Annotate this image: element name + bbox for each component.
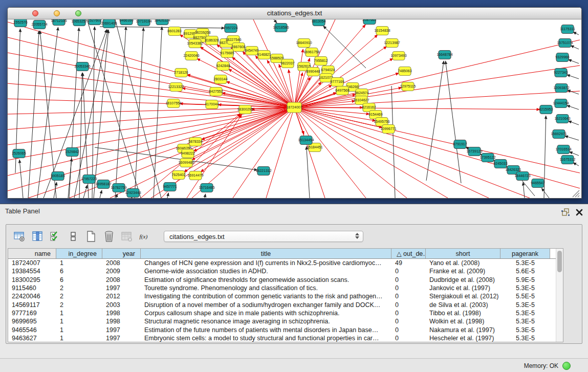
column-header-in_degree[interactable]: in_degree	[56, 249, 102, 258]
column-header-title[interactable]: title	[141, 249, 391, 258]
graph-node[interactable]: 16099489	[178, 159, 194, 167]
graph-node[interactable]: 19218586	[273, 24, 289, 32]
graph-node[interactable]: 1527602	[88, 19, 101, 25]
graph-node[interactable]: 7625402	[171, 171, 185, 180]
graph-node[interactable]: 7957224	[224, 24, 237, 33]
graph-node[interactable]: 10543382	[187, 39, 203, 48]
graph-node[interactable]: 10996771	[380, 125, 396, 134]
graph-node[interactable]: 15716485	[199, 184, 214, 192]
graph-node[interactable]: 6466160	[119, 19, 133, 25]
column-header-out_de[interactable]: △ out_de…	[391, 249, 426, 258]
graph-node[interactable]: 9777169	[330, 78, 344, 86]
graph-node[interactable]: 9227343	[554, 69, 568, 77]
network-canvas[interactable]: 1872400718300295860128389129541822605898…	[8, 19, 580, 198]
graph-node[interactable]: 8813054	[312, 19, 325, 26]
graph-node[interactable]: 7955812	[314, 57, 328, 65]
graph-node[interactable]: 1552576	[13, 19, 27, 27]
graph-node[interactable]: 18712105	[51, 19, 67, 26]
graph-node[interactable]: 2526065	[12, 149, 26, 158]
graph-node[interactable]: 10653257	[71, 19, 87, 26]
graph-node[interactable]: 8791917	[453, 140, 467, 149]
resize-grip[interactable]	[573, 190, 579, 197]
graph-node[interactable]: 16739123	[466, 147, 482, 156]
table-row[interactable]: 977716911998Corpus callosum shape and si…	[8, 309, 563, 317]
graph-node[interactable]: 2087662	[362, 19, 376, 25]
table-row[interactable]: 1938455462009Genome-wide association stu…	[8, 267, 563, 275]
table-row[interactable]: 1872400712008Changes of HCN gene express…	[8, 259, 563, 267]
graph-node[interactable]: 7485063	[398, 67, 411, 76]
graph-node[interactable]: 18221312	[255, 167, 271, 176]
graph-node[interactable]: 18724007	[286, 102, 302, 113]
row-validate-icon[interactable]	[49, 230, 61, 243]
graph-node[interactable]: 9465547	[531, 179, 545, 188]
close-panel-icon[interactable]	[576, 209, 583, 216]
graph-node[interactable]: 8601283	[167, 27, 181, 36]
graph-node[interactable]: 11175311	[560, 25, 575, 34]
graph-node[interactable]: 12093872	[553, 84, 569, 93]
table-vertical-scrollbar[interactable]	[556, 249, 563, 342]
graph-node[interactable]: 1529842	[65, 148, 79, 157]
column-header-short[interactable]: short	[426, 249, 500, 258]
graph-node[interactable]: 17016514	[555, 145, 571, 154]
graph-node[interactable]: 2718126	[174, 69, 188, 77]
graph-node[interactable]: 20053346	[74, 62, 90, 71]
graph-node[interactable]: 16958187	[95, 180, 111, 189]
graph-node[interactable]: 8215953	[539, 105, 553, 114]
graph-node[interactable]: 12975115	[400, 82, 416, 91]
graph-node[interactable]: 5905185	[51, 172, 64, 181]
delete-trash-icon[interactable]	[103, 230, 115, 243]
graph-node[interactable]: 8186328	[205, 36, 219, 45]
graph-node[interactable]: 15134454	[298, 136, 314, 145]
graph-node[interactable]: 16961758	[303, 48, 319, 57]
graph-node[interactable]: 16210643	[554, 115, 570, 123]
graph-node[interactable]: 15692971	[551, 130, 567, 139]
graph-node[interactable]: 9822037	[280, 59, 294, 68]
graph-node[interactable]: 9146821	[257, 51, 271, 59]
graph-node[interactable]: 22420046	[183, 52, 199, 60]
column-header-name[interactable]: name	[8, 249, 56, 258]
graph-node[interactable]: 6497568	[335, 86, 349, 95]
graph-node[interactable]: 2803144	[213, 75, 227, 84]
graph-node[interactable]: 17957223	[81, 175, 97, 184]
float-panel-icon[interactable]	[561, 208, 570, 216]
network-window-titlebar[interactable]: citations_edges.txt	[8, 8, 581, 19]
graph-node[interactable]: 9245033	[493, 160, 507, 168]
graph-node[interactable]: 9498222	[181, 149, 194, 158]
graph-node[interactable]: 16648784	[437, 51, 452, 59]
column-header-year[interactable]: year	[102, 249, 141, 258]
graph-node[interactable]: 5878334	[188, 138, 202, 146]
table-row[interactable]: 946362711997Embryonic stem cells: a mode…	[8, 334, 563, 342]
graph-node[interactable]: 12444154	[553, 99, 569, 108]
graph-node[interactable]: 20691406	[101, 19, 117, 28]
rows-icon[interactable]	[67, 230, 79, 243]
graph-node[interactable]: 18107554	[165, 99, 181, 108]
graph-node[interactable]: 9457771	[163, 183, 177, 191]
graph-node[interactable]: 15751074	[557, 39, 573, 48]
table-row[interactable]: 969969511998Structural magnetic resonanc…	[8, 317, 563, 325]
graph-node[interactable]: 2867608	[231, 43, 245, 52]
graph-node[interactable]: 11675312	[560, 156, 576, 164]
graph-node[interactable]: 12213987	[384, 39, 400, 48]
graph-node[interactable]: 18446723	[514, 172, 530, 181]
graph-node[interactable]: 4170044	[205, 100, 219, 109]
column-header-pagerank[interactable]: pagerank	[500, 249, 550, 258]
table-selector-dropdown[interactable]: citations_edges.txt	[164, 231, 363, 242]
graph-node[interactable]: 10719194	[136, 19, 151, 26]
graph-node[interactable]: 9329966	[555, 53, 569, 62]
graph-node[interactable]: 9175685	[220, 49, 234, 58]
table-row[interactable]: 1830029562008Estimation of significance …	[8, 276, 563, 284]
graph-node[interactable]: 17395122	[480, 154, 495, 162]
graph-node[interactable]: 18640910	[296, 39, 312, 48]
graph-node[interactable]: 12213322	[168, 83, 184, 92]
new-document-icon[interactable]	[85, 230, 97, 243]
table-row[interactable]: 2242004622012Investigating the contribut…	[8, 292, 563, 300]
table-row[interactable]: 1456911722003Disruption of a novel membe…	[8, 300, 563, 309]
graph-node[interactable]: 16914479	[187, 171, 203, 180]
scrollbar-thumb[interactable]	[557, 251, 562, 272]
table-row[interactable]: 911546021997Tourette syndrome. Phenomeno…	[8, 284, 563, 292]
graph-node[interactable]: 16154838	[374, 27, 390, 35]
show-columns-icon[interactable]	[31, 230, 43, 243]
function-builder-icon[interactable]: f(x)	[139, 230, 151, 243]
graph-node[interactable]: 12923448	[125, 189, 141, 198]
graph-node[interactable]: 22055724	[31, 20, 47, 29]
